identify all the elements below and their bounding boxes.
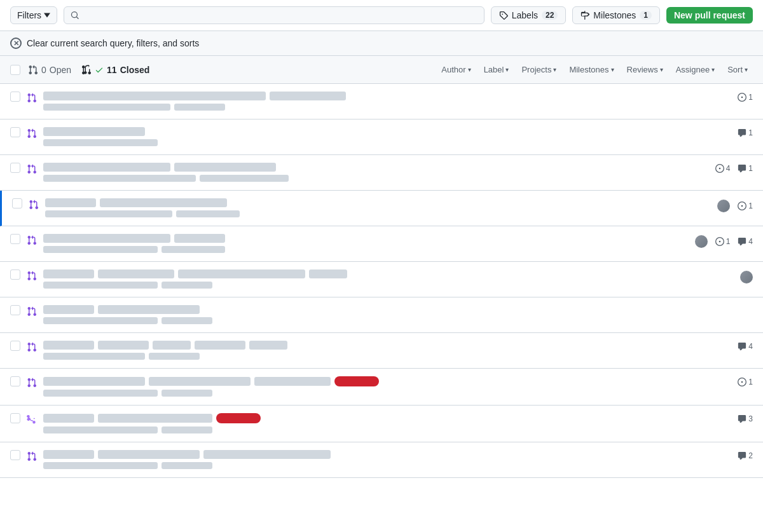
pr-title[interactable]	[43, 305, 746, 314]
pr-list: 1 1 4 1 1 1 4 4 1 3 2	[0, 84, 763, 478]
pr-content	[43, 450, 731, 470]
table-row[interactable]: 2	[0, 442, 763, 478]
table-row[interactable]: 1	[0, 191, 763, 226]
row-checkbox[interactable]	[10, 234, 20, 244]
pr-actions: 3	[738, 413, 753, 423]
row-checkbox[interactable]	[10, 92, 20, 102]
pr-title-text	[270, 92, 346, 100]
pr-meta-text	[162, 317, 212, 324]
check-icon	[95, 65, 104, 74]
search-icon	[71, 11, 79, 20]
row-checkbox[interactable]	[10, 341, 20, 351]
pr-meta	[43, 138, 731, 147]
pr-title-text	[43, 127, 145, 136]
row-checkbox[interactable]	[10, 127, 20, 137]
open-count[interactable]: 0 Open	[28, 65, 71, 75]
pr-title-text	[98, 269, 174, 278]
row-checkbox[interactable]	[10, 413, 20, 423]
pr-icon	[27, 235, 37, 245]
select-all-checkbox[interactable]	[10, 65, 20, 75]
pr-icon-col	[29, 198, 39, 212]
pr-title[interactable]	[43, 450, 731, 459]
pr-actions: 1 4	[695, 234, 753, 248]
pr-icon	[27, 342, 37, 352]
pr-content	[43, 341, 731, 360]
row-checkbox[interactable]	[12, 198, 22, 208]
pr-title[interactable]	[45, 198, 711, 207]
search-box[interactable]: is:pr is:closed author:kackyt	[64, 6, 485, 24]
milestones-count: 1	[640, 11, 652, 20]
chevron-down-icon	[44, 12, 50, 18]
issue-icon	[738, 378, 746, 386]
pr-title-text	[174, 163, 276, 172]
projects-caret: ▾	[553, 66, 556, 73]
table-row[interactable]: 1	[0, 119, 763, 155]
pr-title[interactable]	[43, 127, 731, 136]
pr-title-text	[153, 341, 191, 350]
milestones-caret: ▾	[611, 66, 614, 73]
sort-caret: ▾	[745, 66, 748, 73]
pr-content	[43, 269, 734, 289]
pr-title-text	[43, 163, 170, 172]
table-row[interactable]: 1 4	[0, 226, 763, 262]
filter-dropdowns: Author ▾ Label ▾ Projects ▾ Milestones ▾…	[436, 62, 753, 77]
pr-actions: 1	[717, 198, 753, 212]
pr-title[interactable]	[43, 163, 709, 172]
row-checkbox[interactable]	[10, 450, 20, 460]
pr-actions: 4 1	[715, 163, 753, 173]
table-row[interactable]	[0, 297, 763, 333]
issue-count: 1	[738, 201, 753, 210]
pr-icon	[29, 200, 39, 210]
clear-icon[interactable]: ✕	[10, 38, 22, 49]
comment-icon	[738, 164, 746, 173]
pr-content	[43, 234, 689, 254]
pr-icon-col	[27, 413, 37, 426]
label-filter[interactable]: Label ▾	[479, 62, 514, 77]
pr-closed-icon	[81, 65, 92, 75]
pr-title[interactable]	[43, 234, 689, 243]
row-checkbox[interactable]	[10, 305, 20, 315]
comment-icon	[738, 451, 746, 460]
clear-bar: ✕ Clear current search query, filters, a…	[0, 31, 763, 56]
search-input[interactable]: is:pr is:closed author:kackyt	[83, 10, 478, 20]
avatar	[740, 271, 753, 283]
pr-meta	[43, 174, 709, 182]
table-row[interactable]: 1	[0, 84, 763, 119]
pr-badge	[216, 413, 261, 423]
filters-button[interactable]: Filters	[10, 6, 57, 24]
issue-count: 1	[715, 237, 731, 246]
assignee-filter[interactable]: Assignee ▾	[671, 62, 720, 77]
table-row[interactable]: 3	[0, 406, 763, 442]
pr-title[interactable]	[43, 413, 731, 423]
milestones-filter[interactable]: Milestones ▾	[564, 62, 619, 77]
row-checkbox[interactable]	[10, 163, 20, 173]
pr-content	[43, 92, 731, 111]
closed-count[interactable]: 11 Closed	[81, 65, 149, 75]
pr-meta-text	[43, 175, 196, 182]
reviews-filter[interactable]: Reviews ▾	[622, 62, 668, 77]
sort-filter[interactable]: Sort ▾	[722, 62, 753, 77]
author-filter[interactable]: Author ▾	[436, 62, 476, 77]
labels-button[interactable]: Labels 22	[491, 6, 567, 24]
pr-title-text	[149, 377, 251, 386]
pr-meta-text	[43, 462, 158, 469]
pr-title[interactable]	[43, 376, 731, 386]
pr-title[interactable]	[43, 341, 731, 350]
pr-title[interactable]	[43, 269, 734, 278]
pr-icon-col	[27, 376, 37, 390]
table-row[interactable]: 1	[0, 369, 763, 406]
pr-meta-text	[43, 390, 158, 397]
issue-icon	[738, 201, 746, 210]
table-row[interactable]: 4	[0, 333, 763, 369]
projects-filter[interactable]: Projects ▾	[516, 62, 561, 77]
new-pull-request-button[interactable]: New pull request	[666, 7, 753, 24]
milestones-button[interactable]: Milestones 1	[572, 6, 660, 24]
table-row[interactable]	[0, 262, 763, 297]
comment-count: 4	[738, 342, 753, 351]
pr-meta-text	[43, 282, 158, 289]
row-checkbox[interactable]	[10, 376, 20, 386]
row-checkbox[interactable]	[10, 269, 20, 280]
pr-title-text	[98, 414, 212, 423]
pr-title[interactable]	[43, 92, 731, 100]
table-row[interactable]: 4 1	[0, 155, 763, 191]
